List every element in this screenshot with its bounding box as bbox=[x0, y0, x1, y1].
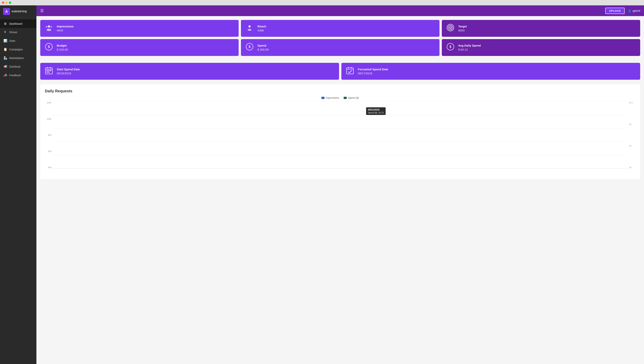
avg-daily-spend-info: Avg Daily Spend $ 60.12 bbox=[458, 44, 481, 51]
reach-value: 4366 bbox=[257, 29, 266, 32]
sidebar-item-dashboard[interactable]: ⊞ Dashboard bbox=[0, 19, 37, 28]
target-icon bbox=[446, 23, 455, 33]
sidebar-nav: ⊞ Dashboard 🎙 Shows 📊 Stats 📋 Campaigns … bbox=[0, 18, 37, 364]
y-right-label-15: 15 bbox=[629, 145, 631, 147]
forcasted-date-info: Forcasted Spend Date 08/17/2018 bbox=[358, 68, 388, 75]
svg-point-4 bbox=[46, 26, 47, 28]
svg-point-11 bbox=[450, 27, 451, 28]
reach-info: Reach 4366 bbox=[257, 25, 266, 32]
sidebar-item-distribute-label: Distribute bbox=[9, 65, 21, 68]
spend-label: Spend bbox=[257, 44, 269, 47]
legend-spend-color bbox=[344, 97, 347, 99]
upload-button[interactable]: UPLOAD bbox=[605, 8, 625, 14]
stat-target: Target 8000 bbox=[442, 20, 640, 37]
user-avatar-icon: 👤 bbox=[628, 9, 631, 13]
distribute-icon: 📢 bbox=[4, 65, 7, 68]
start-date-value: 06/18/2018 bbox=[57, 72, 80, 75]
budget-label: Budget bbox=[57, 44, 68, 47]
sidebar-item-feedback[interactable]: 📣 Feedback bbox=[0, 71, 37, 80]
target-label: Target bbox=[458, 25, 467, 28]
y-label-400: 400 bbox=[48, 166, 51, 168]
sidebar-item-marketplace[interactable]: 🏪 Marketplace bbox=[0, 54, 37, 62]
titlebar bbox=[0, 0, 644, 5]
sidebar-item-marketplace-label: Marketplace bbox=[9, 56, 24, 60]
y-label-1045: 1045 bbox=[47, 102, 51, 104]
target-value: 8000 bbox=[458, 29, 467, 32]
impressions-value: 4645 bbox=[57, 29, 74, 32]
chart-bars-area[interactable] bbox=[53, 102, 627, 168]
reach-label: Reach bbox=[257, 25, 266, 28]
y-label-800: 800 bbox=[48, 134, 51, 136]
impressions-icon bbox=[44, 23, 54, 33]
svg-rect-26 bbox=[48, 72, 50, 72]
shows-icon: 🎙 bbox=[4, 30, 7, 34]
close-button[interactable] bbox=[2, 2, 4, 4]
svg-point-3 bbox=[47, 29, 51, 31]
hamburger-menu[interactable]: ☰ bbox=[40, 8, 44, 13]
legend-spend-label: Spend ($) bbox=[348, 96, 359, 99]
svg-rect-22 bbox=[47, 70, 48, 71]
svg-text:$: $ bbox=[449, 45, 451, 49]
sidebar-item-distribute[interactable]: 📢 Distribute bbox=[0, 62, 37, 71]
legend-spend: Spend ($) bbox=[344, 96, 359, 99]
y-label-1000: 1000 bbox=[47, 118, 51, 120]
legend-impressions: Impressions bbox=[321, 96, 339, 99]
spend-icon: $ bbox=[245, 42, 254, 52]
sidebar-item-campaigns[interactable]: 📋 Campaigns bbox=[0, 45, 37, 54]
user-info: 👤 gpend bbox=[628, 9, 640, 13]
chart-container: 1045 1000 800 600 400 24.7 20 15 10 bbox=[45, 102, 635, 174]
svg-rect-24 bbox=[50, 70, 51, 71]
sidebar-logo: A AUDIOSTAQ bbox=[0, 5, 37, 18]
stat-reach: Reach 4366 bbox=[241, 20, 439, 37]
sidebar: A AUDIOSTAQ ⊞ Dashboard 🎙 Shows 📊 Stats … bbox=[0, 5, 37, 364]
avg-daily-spend-icon: $ bbox=[446, 42, 455, 52]
chart-y-axis-right: 24.7 20 15 10 bbox=[628, 102, 635, 168]
username-label: gpend bbox=[633, 9, 640, 12]
svg-text:A: A bbox=[5, 10, 8, 14]
sidebar-item-stats-label: Stats bbox=[9, 39, 15, 42]
svg-rect-25 bbox=[47, 72, 48, 72]
y-right-label-20: 20 bbox=[629, 123, 631, 126]
chart-section: Daily Requests Impressions Spend ($) bbox=[40, 84, 640, 179]
svg-text:$: $ bbox=[48, 45, 50, 49]
legend-impressions-color bbox=[321, 97, 324, 99]
svg-point-6 bbox=[248, 25, 251, 28]
date-stats-row: Start Spend Date 06/18/2018 bbox=[40, 63, 640, 80]
campaigns-icon: 📋 bbox=[4, 48, 7, 51]
svg-point-5 bbox=[51, 26, 52, 28]
svg-rect-27 bbox=[347, 68, 353, 74]
stats-icon: 📊 bbox=[4, 39, 7, 42]
dashboard-icon: ⊞ bbox=[4, 22, 7, 26]
app-header: ☰ UPLOAD 👤 gpend bbox=[37, 5, 644, 16]
sidebar-item-dashboard-label: Dashboard bbox=[9, 22, 23, 25]
budget-value: $ 200.00 bbox=[57, 48, 68, 51]
app-container: A AUDIOSTAQ ⊞ Dashboard 🎙 Shows 📊 Stats … bbox=[0, 5, 644, 364]
minimize-button[interactable] bbox=[5, 2, 8, 4]
sidebar-item-feedback-label: Feedback bbox=[9, 74, 21, 77]
maximize-button[interactable] bbox=[9, 2, 11, 4]
stat-start-spend-date: Start Spend Date 06/18/2018 bbox=[40, 63, 339, 80]
svg-point-2 bbox=[48, 25, 50, 28]
y-label-600: 600 bbox=[48, 150, 51, 152]
spend-value: $ 300.58 bbox=[257, 48, 269, 51]
stat-impressions: Impressions 4645 bbox=[40, 20, 239, 37]
stats-grid: Impressions 4645 Reach 4366 bbox=[40, 20, 640, 58]
chart-y-axis-left: 1045 1000 800 600 400 bbox=[45, 102, 53, 168]
app-logo-icon: A bbox=[3, 8, 10, 15]
y-right-label-10: 10 bbox=[629, 166, 631, 168]
main-content: Impressions 4645 Reach 4366 bbox=[37, 16, 644, 364]
sidebar-item-shows[interactable]: 🎙 Shows bbox=[0, 28, 37, 36]
chart-title: Daily Requests bbox=[45, 89, 635, 93]
svg-text:$: $ bbox=[249, 45, 251, 49]
target-info: Target 8000 bbox=[458, 25, 467, 32]
sidebar-item-stats[interactable]: 📊 Stats bbox=[0, 36, 37, 45]
impressions-info: Impressions 4645 bbox=[57, 25, 74, 32]
start-date-icon bbox=[44, 66, 54, 76]
avg-daily-spend-value: $ 60.12 bbox=[458, 48, 481, 51]
forcasted-date-value: 08/17/2018 bbox=[358, 72, 388, 75]
stat-budget: $ Budget $ 200.00 bbox=[40, 39, 239, 56]
app-logo-text: AUDIOSTAQ bbox=[12, 10, 27, 13]
svg-point-7 bbox=[248, 29, 251, 31]
reach-icon bbox=[245, 23, 254, 33]
legend-impressions-label: Impressions bbox=[326, 96, 339, 99]
